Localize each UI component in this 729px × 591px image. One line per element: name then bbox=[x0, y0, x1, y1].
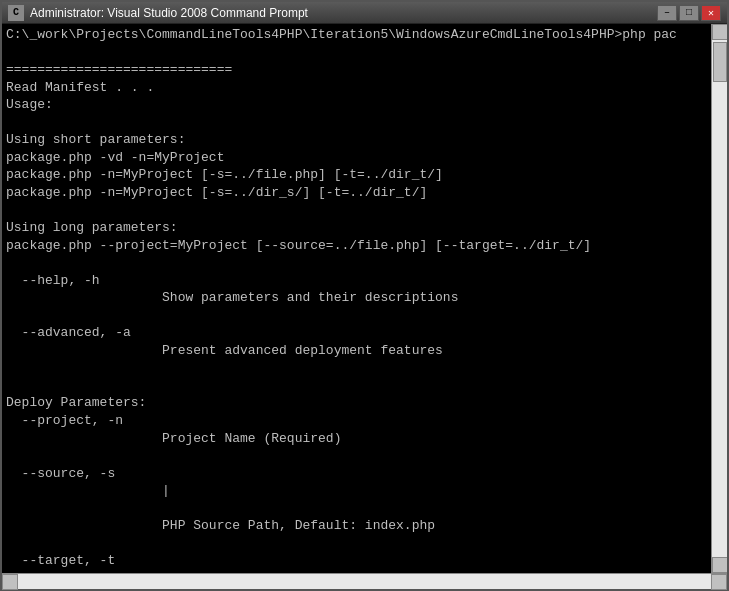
close-button[interactable]: ✕ bbox=[701, 5, 721, 21]
scroll-thumb-vertical[interactable] bbox=[713, 42, 727, 82]
scroll-track-horizontal[interactable] bbox=[18, 574, 711, 589]
window-content: C:\_work\Projects\CommandLineTools4PHP\I… bbox=[2, 24, 727, 573]
main-window: C Administrator: Visual Studio 2008 Comm… bbox=[0, 0, 729, 591]
minimize-button[interactable]: – bbox=[657, 5, 677, 21]
scroll-track-vertical[interactable] bbox=[712, 40, 727, 557]
title-bar-buttons: – □ ✕ bbox=[657, 5, 721, 21]
vertical-scrollbar[interactable]: ▲ ▼ bbox=[711, 24, 727, 573]
window-icon: C bbox=[8, 5, 24, 21]
title-bar: C Administrator: Visual Studio 2008 Comm… bbox=[2, 2, 727, 24]
horizontal-scrollbar[interactable]: ◄ ► bbox=[2, 573, 727, 589]
window-title: Administrator: Visual Studio 2008 Comman… bbox=[30, 6, 657, 20]
scroll-down-arrow[interactable]: ▼ bbox=[712, 557, 728, 573]
terminal-output: C:\_work\Projects\CommandLineTools4PHP\I… bbox=[2, 24, 711, 573]
terminal-area[interactable]: C:\_work\Projects\CommandLineTools4PHP\I… bbox=[2, 24, 711, 573]
scroll-left-arrow[interactable]: ◄ bbox=[2, 574, 18, 590]
scroll-right-arrow[interactable]: ► bbox=[711, 574, 727, 590]
maximize-button[interactable]: □ bbox=[679, 5, 699, 21]
scroll-up-arrow[interactable]: ▲ bbox=[712, 24, 728, 40]
